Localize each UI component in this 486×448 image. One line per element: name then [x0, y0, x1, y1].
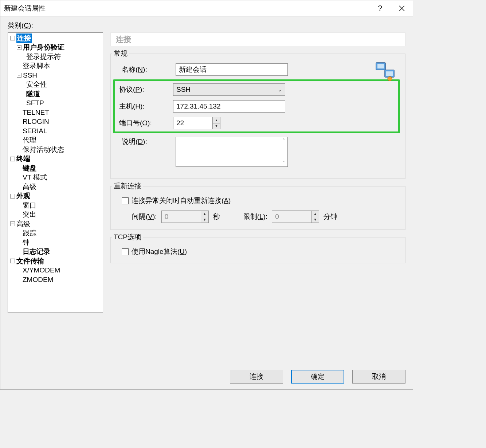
port-spinner[interactable]: ▲▼: [173, 117, 220, 129]
collapse-icon[interactable]: −: [17, 45, 21, 50]
close-icon: [399, 5, 405, 11]
name-input[interactable]: [176, 63, 288, 76]
collapse-icon[interactable]: −: [17, 73, 21, 78]
tree-auth[interactable]: −用户身份验证: [8, 43, 103, 52]
spinner-down-icon[interactable]: ▼: [213, 123, 220, 129]
nagle-checkbox-label: 使用Nagle算法(U): [132, 247, 187, 256]
tree-trace[interactable]: 跟踪: [8, 229, 103, 238]
interval-unit: 秒: [213, 212, 220, 221]
interval-input: [161, 211, 201, 223]
limit-input: [272, 211, 311, 223]
tree-bell[interactable]: 钟: [8, 238, 103, 247]
host-label: 主机(H):: [115, 102, 173, 111]
tree-sftp[interactable]: SFTP: [8, 99, 103, 108]
tree-connection[interactable]: −连接: [8, 34, 103, 43]
protocol-label: 协议(P):: [115, 85, 173, 94]
tree-xymodem[interactable]: X/YMODEM: [8, 266, 103, 275]
port-input[interactable]: [173, 117, 212, 129]
desc-label: 说明(D):: [117, 137, 176, 146]
port-label: 端口号(O):: [115, 118, 173, 128]
ok-button[interactable]: 确定: [291, 370, 344, 384]
group-reconnect: 重新连接 连接异常关闭时自动重新连接(A) 间隔(V): ▲▼ 秒 限制(L: [110, 186, 405, 230]
help-button[interactable]: ?: [369, 0, 391, 16]
host-input[interactable]: [173, 100, 285, 113]
tree-window[interactable]: 窗口: [8, 201, 103, 210]
tree-advanced-term[interactable]: 高级: [8, 182, 103, 192]
tree-filetransfer[interactable]: −文件传输: [8, 256, 103, 266]
spinner-down-icon: ▼: [201, 217, 208, 223]
group-general-title: 常规: [112, 49, 129, 58]
svg-point-6: [388, 76, 392, 81]
tree-keepalive[interactable]: 保持活动状态: [8, 145, 103, 154]
tree-logging[interactable]: 日志记录: [8, 247, 103, 257]
spinner-up-icon: ▲: [201, 211, 208, 217]
collapse-icon[interactable]: −: [10, 157, 15, 161]
protocol-combo[interactable]: SSH ⌄: [173, 83, 285, 96]
chevron-down-icon: ⌄: [278, 87, 282, 93]
highlight-annotation: 协议(P): SSH ⌄ 主机(H): 端口号(O):: [113, 79, 400, 133]
category-tree[interactable]: −连接 −用户身份验证 登录提示符 登录脚本 −SSH: [8, 32, 103, 313]
cancel-button[interactable]: 取消: [352, 370, 405, 384]
collapse-icon[interactable]: −: [10, 36, 15, 40]
limit-label: 限制(L):: [243, 212, 268, 221]
spinner-down-icon: ▼: [311, 217, 319, 223]
tree-terminal[interactable]: −终端: [8, 154, 103, 164]
interval-spinner: ▲▼: [161, 211, 209, 223]
tree-zmodem[interactable]: ZMODEM: [8, 275, 103, 284]
nagle-checkbox[interactable]: [122, 248, 129, 255]
connect-button[interactable]: 连接: [230, 370, 283, 384]
panel-title: 连接: [110, 32, 405, 46]
titlebar: 新建会话属性 ?: [0, 0, 413, 16]
tree-rlogin[interactable]: RLOGIN: [8, 117, 103, 127]
tree-advanced[interactable]: −高级: [8, 219, 103, 229]
dialog-window: 新建会话属性 ? 类别(C): −连接 −用户身份验证: [0, 0, 413, 390]
limit-spinner: ▲▼: [272, 211, 319, 223]
spinner-up-icon[interactable]: ▲: [213, 117, 220, 123]
tree-proxy[interactable]: 代理: [8, 136, 103, 145]
tree-ssh[interactable]: −SSH: [8, 71, 103, 80]
tree-login-script[interactable]: 登录脚本: [8, 62, 103, 71]
close-button[interactable]: [391, 0, 413, 16]
scroll-down-icon[interactable]: ˅: [281, 161, 287, 166]
tree-keyboard[interactable]: 键盘: [8, 164, 103, 173]
name-label: 名称(N):: [117, 65, 176, 74]
desc-textarea[interactable]: ˄˅: [176, 137, 288, 167]
tree-tunnel[interactable]: 隧道: [8, 89, 103, 99]
reconnect-checkbox[interactable]: [122, 197, 129, 204]
tree-security[interactable]: 安全性: [8, 80, 103, 90]
reconnect-checkbox-label: 连接异常关闭时自动重新连接(A): [132, 196, 231, 205]
collapse-icon[interactable]: −: [10, 259, 15, 263]
tree-vtmode[interactable]: VT 模式: [8, 173, 103, 182]
group-general: 常规 名称(N): 协议(P):: [110, 54, 405, 179]
tree-serial[interactable]: SERIAL: [8, 126, 103, 136]
collapse-icon[interactable]: −: [10, 221, 15, 226]
limit-unit: 分钟: [324, 212, 337, 221]
spinner-up-icon: ▲: [311, 211, 319, 217]
interval-label: 间隔(V):: [132, 212, 157, 221]
tree-appearance[interactable]: −外观: [8, 192, 103, 201]
category-label: 类别(C):: [8, 21, 405, 30]
tree-telnet[interactable]: TELNET: [8, 108, 103, 117]
svg-rect-3: [377, 64, 384, 68]
window-title: 新建会话属性: [4, 4, 369, 13]
connection-icon: [375, 61, 396, 82]
group-reconnect-title: 重新连接: [112, 181, 143, 191]
group-tcp-title: TCP选项: [112, 232, 143, 242]
protocol-value: SSH: [176, 86, 191, 94]
collapse-icon[interactable]: −: [10, 194, 15, 199]
tree-login-prompt[interactable]: 登录提示符: [8, 52, 103, 62]
svg-rect-5: [386, 71, 393, 76]
group-tcp: TCP选项 使用Nagle算法(U): [110, 237, 405, 263]
tree-highlight[interactable]: 突出: [8, 210, 103, 220]
scroll-up-icon[interactable]: ˄: [281, 138, 287, 143]
